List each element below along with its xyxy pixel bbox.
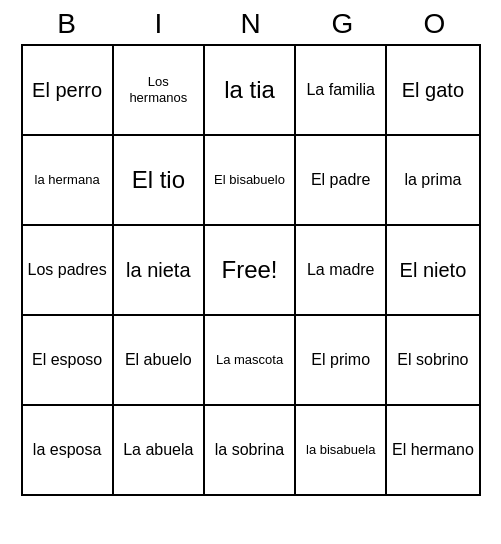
header-i: I xyxy=(117,8,201,40)
cell-0-1: Los hermanos xyxy=(114,46,205,134)
cell-1-2: El bisabuelo xyxy=(205,136,296,224)
cell-3-3: El primo xyxy=(296,316,387,404)
bingo-header: B I N G O xyxy=(21,0,481,44)
cell-0-0: El perro xyxy=(23,46,114,134)
cell-4-4: El hermano xyxy=(387,406,478,494)
grid-row-2: Los padresla nietaFree!La madreEl nieto xyxy=(23,226,479,316)
header-b: B xyxy=(25,8,109,40)
cell-3-0: El esposo xyxy=(23,316,114,404)
grid-row-1: la hermanaEl tioEl bisabueloEl padrela p… xyxy=(23,136,479,226)
header-n: N xyxy=(209,8,293,40)
cell-3-4: El sobrino xyxy=(387,316,478,404)
header-g: G xyxy=(301,8,385,40)
cell-1-4: la prima xyxy=(387,136,478,224)
grid-row-4: la esposaLa abuelala sobrinala bisabuela… xyxy=(23,406,479,494)
cell-2-0: Los padres xyxy=(23,226,114,314)
cell-4-0: la esposa xyxy=(23,406,114,494)
cell-1-1: El tio xyxy=(114,136,205,224)
header-o: O xyxy=(393,8,477,40)
cell-4-1: La abuela xyxy=(114,406,205,494)
cell-2-2: Free! xyxy=(205,226,296,314)
cell-1-3: El padre xyxy=(296,136,387,224)
cell-0-2: la tia xyxy=(205,46,296,134)
bingo-grid: El perroLos hermanosla tiaLa familiaEl g… xyxy=(21,44,481,496)
cell-4-3: la bisabuela xyxy=(296,406,387,494)
cell-1-0: la hermana xyxy=(23,136,114,224)
cell-2-4: El nieto xyxy=(387,226,478,314)
cell-3-2: La mascota xyxy=(205,316,296,404)
grid-row-3: El esposoEl abueloLa mascotaEl primoEl s… xyxy=(23,316,479,406)
cell-2-3: La madre xyxy=(296,226,387,314)
cell-4-2: la sobrina xyxy=(205,406,296,494)
cell-2-1: la nieta xyxy=(114,226,205,314)
grid-row-0: El perroLos hermanosla tiaLa familiaEl g… xyxy=(23,46,479,136)
cell-0-4: El gato xyxy=(387,46,478,134)
cell-3-1: El abuelo xyxy=(114,316,205,404)
cell-0-3: La familia xyxy=(296,46,387,134)
